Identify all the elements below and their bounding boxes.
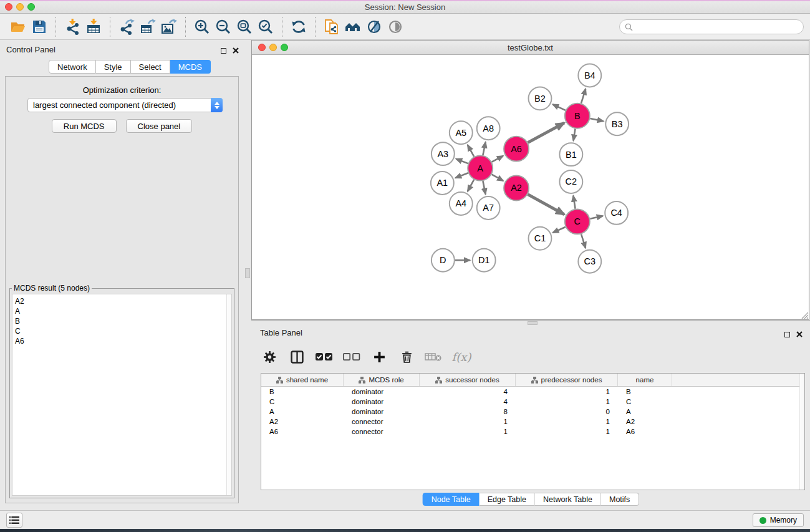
table-cell[interactable]: B — [618, 387, 672, 397]
table-cell[interactable]: connector — [344, 417, 420, 427]
open-file-icon[interactable] — [7, 16, 29, 37]
column-header-name[interactable]: name — [618, 374, 672, 386]
export-network-icon[interactable] — [116, 16, 137, 37]
graph-node-A[interactable]: A — [468, 156, 493, 181]
first-neighbors-icon[interactable] — [342, 16, 364, 37]
graph-node-B1[interactable]: B1 — [559, 143, 582, 166]
table-cell[interactable]: 1 — [516, 387, 618, 397]
search-input[interactable] — [636, 22, 798, 31]
table-options-gear-icon[interactable] — [260, 347, 279, 366]
table-row[interactable]: A6connector11A6 — [261, 427, 804, 437]
table-row[interactable]: Cdominator41C — [261, 397, 804, 407]
table-cell[interactable]: C — [261, 397, 344, 407]
graph-node-D[interactable]: D — [432, 249, 455, 272]
zoom-out-icon[interactable] — [213, 16, 234, 37]
task-history-button[interactable] — [6, 513, 22, 528]
tab-node-table[interactable]: Node Table — [423, 493, 480, 506]
table-cell[interactable]: dominator — [344, 387, 420, 397]
float-panel-icon[interactable] — [784, 332, 790, 337]
graph-node-A5[interactable]: A5 — [450, 121, 473, 144]
mcds-result-item[interactable]: C — [15, 326, 231, 336]
table-cell[interactable]: dominator — [344, 407, 420, 417]
table-cell[interactable]: A2 — [261, 417, 344, 427]
add-column-icon[interactable] — [370, 347, 388, 366]
table-cell[interactable]: 4 — [420, 397, 516, 407]
window-resize-handle[interactable] — [800, 311, 808, 319]
export-image-icon[interactable] — [158, 16, 180, 37]
graph-node-B3[interactable]: B3 — [605, 112, 629, 135]
run-mcds-button[interactable]: Run MCDS — [52, 119, 117, 133]
network-window-titlebar[interactable]: testGlobe.txt — [252, 41, 809, 55]
graph-node-A6[interactable]: A6 — [504, 137, 529, 162]
zoom-in-icon[interactable] — [191, 16, 213, 37]
memory-button[interactable]: Memory — [753, 513, 804, 527]
table-cell[interactable]: 1 — [516, 417, 618, 427]
table-cell[interactable]: B — [261, 387, 344, 397]
unselect-all-columns-icon[interactable] — [342, 347, 361, 366]
graph-node-B4[interactable]: B4 — [578, 64, 601, 87]
divider-grip[interactable] — [245, 268, 250, 278]
refresh-icon[interactable] — [288, 16, 309, 37]
export-table-icon[interactable] — [137, 16, 158, 37]
tab-mcds[interactable]: MCDS — [170, 60, 211, 74]
vertical-split-divider[interactable] — [244, 40, 251, 510]
float-panel-icon[interactable] — [221, 48, 226, 54]
select-all-columns-icon[interactable] — [315, 347, 334, 366]
zoom-selected-icon[interactable] — [255, 16, 276, 37]
close-panel-button[interactable]: Close panel — [126, 119, 193, 133]
search-field[interactable] — [619, 19, 804, 34]
graph-node-D1[interactable]: D1 — [473, 249, 496, 272]
tab-network[interactable]: Network — [49, 60, 96, 74]
graph-node-B[interactable]: B — [565, 104, 590, 128]
hide-graphics-details-icon[interactable] — [364, 16, 385, 37]
table-row[interactable]: Adominator80A — [261, 407, 804, 417]
graph-node-A4[interactable]: A4 — [450, 192, 473, 215]
table-cell[interactable]: 4 — [420, 387, 516, 397]
graph-node-A3[interactable]: A3 — [432, 142, 455, 165]
column-header-predecessor-nodes[interactable]: predecessor nodes — [516, 374, 618, 386]
graph-node-C2[interactable]: C2 — [559, 170, 582, 193]
table-row[interactable]: A2connector11A2 — [261, 417, 804, 427]
graph-node-C1[interactable]: C1 — [529, 227, 552, 250]
table-cell[interactable]: 1 — [516, 397, 618, 407]
graph-node-A8[interactable]: A8 — [477, 117, 500, 140]
tab-motifs[interactable]: Motifs — [601, 493, 639, 506]
table-cell[interactable]: A — [261, 407, 344, 417]
table-cell[interactable]: 1 — [516, 427, 618, 437]
column-header-shared-name[interactable]: shared name — [261, 374, 344, 386]
close-panel-icon[interactable] — [233, 45, 239, 56]
graph-node-B2[interactable]: B2 — [529, 87, 552, 110]
show-graphics-details-icon[interactable] — [385, 16, 406, 37]
mcds-result-item[interactable]: A6 — [15, 336, 231, 346]
tab-select[interactable]: Select — [131, 60, 170, 74]
table-cell[interactable]: 8 — [420, 407, 516, 417]
table-cell[interactable]: A — [618, 407, 672, 417]
table-row[interactable]: Bdominator41B — [261, 387, 804, 397]
save-session-icon[interactable] — [29, 16, 50, 37]
criterion-dropdown[interactable]: largest connected component (directed) — [27, 98, 223, 112]
column-header-successor-nodes[interactable]: successor nodes — [420, 374, 516, 386]
table-cell[interactable]: 0 — [516, 407, 618, 417]
table-cell[interactable]: 1 — [420, 427, 516, 437]
mcds-list-scrollbar[interactable] — [226, 294, 231, 495]
table-cell[interactable]: A6 — [261, 427, 344, 437]
table-scrollbar[interactable] — [799, 374, 804, 490]
table-cell[interactable]: A2 — [618, 417, 672, 427]
delete-columns-trash-icon[interactable] — [397, 347, 416, 366]
delete-table-icon[interactable] — [425, 347, 443, 366]
tab-network-table[interactable]: Network Table — [535, 493, 601, 506]
zoom-fit-icon[interactable] — [234, 16, 255, 37]
function-builder-icon[interactable]: f(x) — [452, 347, 471, 366]
table-cell[interactable]: C — [618, 397, 672, 407]
horizontal-split-divider[interactable] — [251, 320, 810, 325]
graph-node-C[interactable]: C — [565, 209, 590, 234]
close-panel-icon[interactable] — [796, 329, 803, 340]
show-column-icon[interactable] — [287, 347, 306, 366]
column-header-MCDS-role[interactable]: MCDS role — [344, 374, 420, 386]
table-cell[interactable]: 1 — [420, 417, 516, 427]
graph-node-C4[interactable]: C4 — [605, 201, 628, 225]
tab-edge-table[interactable]: Edge Table — [480, 493, 535, 506]
duplicate-network-icon[interactable] — [321, 16, 342, 37]
network-canvas[interactable]: AA1A2A3A4A5A6A7A8BB1B2B3B4CC1C2C3C4DD1 — [252, 56, 809, 319]
table-cell[interactable]: connector — [344, 427, 420, 437]
